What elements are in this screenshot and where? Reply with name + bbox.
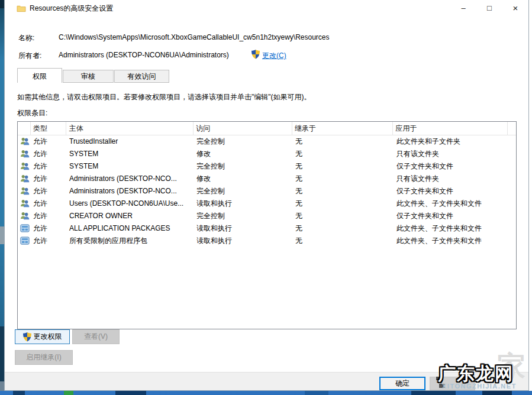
cell-applies-to: 仅子文件夹和文件: [394, 185, 509, 198]
users-group-icon: [18, 198, 31, 210]
cell-applies-to: 此文件夹、子文件夹和文件: [394, 222, 509, 235]
cell-access: 读取和执行: [194, 198, 293, 210]
users-group-icon: [18, 148, 31, 160]
header-icon-column: [18, 122, 31, 135]
uac-shield-icon: [23, 332, 31, 342]
header-inherited-from[interactable]: 继承于: [292, 122, 394, 135]
cell-principal: ALL APPLICATION PACKAGES: [66, 222, 194, 235]
permissions-table: 类型 主体 访问 继承于 应用于 允许TrustedInstaller完全控制无…: [17, 121, 517, 329]
close-button[interactable]: ×: [502, 0, 528, 17]
maximize-button[interactable]: □: [476, 0, 502, 17]
cell-type: 允许: [31, 210, 66, 222]
header-applies-to[interactable]: 应用于: [393, 122, 508, 135]
header-principal[interactable]: 主体: [66, 122, 194, 135]
cell-principal: 所有受限制的应用程序包: [66, 235, 194, 247]
owner-value: Administrators (DESKTOP-NCON6UA\Administ…: [59, 51, 229, 59]
table-row[interactable]: 允许CREATOR OWNER完全控制无仅子文件夹和文件: [18, 210, 516, 222]
header-gutter: [508, 122, 516, 135]
desktop-edge-left: [0, 0, 4, 395]
header-type[interactable]: 类型: [31, 122, 66, 135]
users-group-icon: [18, 160, 31, 173]
cell-access: 读取和执行: [194, 222, 293, 235]
entries-label: 权限条目:: [17, 108, 47, 118]
window-title: Resources的高级安全设置: [30, 0, 113, 17]
table-header: 类型 主体 访问 继承于 应用于: [18, 122, 516, 135]
cell-access: 完全控制: [194, 135, 293, 148]
cell-inherited-from: 无: [293, 222, 394, 235]
enable-inheritance-button[interactable]: 启用继承(I): [15, 350, 73, 365]
app-package-icon: [18, 222, 31, 235]
table-row[interactable]: 允许Users (DESKTOP-NCON6UA\Use...读取和执行无此文件…: [18, 198, 516, 210]
desktop-edge-bottom: [0, 391, 532, 395]
users-group-icon: [18, 210, 31, 222]
name-label: 名称:: [18, 33, 34, 43]
cell-type: 允许: [31, 222, 66, 235]
cell-type: 允许: [31, 235, 66, 247]
cell-access: 完全控制: [194, 185, 293, 198]
cell-inherited-from: 无: [293, 173, 394, 185]
table-row[interactable]: 允许ALL APPLICATION PACKAGES读取和执行无此文件夹、子文件…: [18, 222, 516, 235]
header-access[interactable]: 访问: [194, 122, 292, 135]
cell-principal: SYSTEM: [66, 148, 194, 160]
users-group-icon: [18, 173, 31, 185]
advanced-security-dialog: Resources的高级安全设置 – □ × 名称: C:\Windows\Sy…: [4, 0, 529, 391]
table-row[interactable]: 允许Administrators (DESKTOP-NCO...修改无只有该文件…: [18, 173, 516, 185]
cell-type: 允许: [31, 148, 66, 160]
table-row[interactable]: 允许所有受限制的应用程序包读取和执行无此文件夹、子文件夹和文件: [18, 235, 516, 247]
app-package-icon: [18, 235, 31, 247]
cell-inherited-from: 无: [293, 135, 394, 148]
cell-access: 修改: [194, 173, 293, 185]
ok-button[interactable]: 确定: [379, 377, 425, 390]
cell-principal: CREATOR OWNER: [66, 210, 194, 222]
change-owner-link[interactable]: 更改(C): [262, 51, 286, 61]
view-button[interactable]: 查看(V): [72, 329, 120, 344]
table-row[interactable]: 允许TrustedInstaller完全控制无此文件夹和子文件夹: [18, 135, 516, 148]
cell-access: 修改: [194, 148, 293, 160]
table-row[interactable]: 允许Administrators (DESKTOP-NCO...完全控制无仅子文…: [18, 185, 516, 198]
cell-inherited-from: 无: [293, 148, 394, 160]
cell-principal: Users (DESKTOP-NCON6UA\Use...: [66, 198, 194, 210]
uac-shield-icon: [252, 50, 260, 59]
cell-type: 允许: [31, 173, 66, 185]
change-permissions-label: 更改权限: [34, 332, 62, 342]
cell-inherited-from: 无: [293, 160, 394, 173]
screenshot-canvas: Resources的高级安全设置 – □ × 名称: C:\Windows\Sy…: [0, 0, 532, 395]
users-group-icon: [18, 135, 31, 148]
instructions-text: 如需其他信息，请双击权限项目。若要修改权限项目，请选择该项目并单击"编辑"(如果…: [17, 92, 311, 102]
tab-effective-access[interactable]: 有效访问: [114, 70, 169, 83]
cell-applies-to: 只有该文件夹: [394, 173, 509, 185]
cell-inherited-from: 无: [293, 235, 394, 247]
cell-principal: Administrators (DESKTOP-NCO...: [66, 173, 194, 185]
cell-access: 读取和执行: [194, 235, 293, 247]
cell-applies-to: 此文件夹、子文件夹和文件: [394, 198, 509, 210]
permission-rows: 允许TrustedInstaller完全控制无此文件夹和子文件夹允许SYSTEM…: [18, 135, 516, 247]
table-row[interactable]: 允许SYSTEM完全控制无仅子文件夹和文件: [18, 160, 516, 173]
titlebar: Resources的高级安全设置 – □ ×: [5, 0, 528, 17]
cell-type: 允许: [31, 135, 66, 148]
cell-applies-to: 只有该文件夹: [394, 148, 509, 160]
cell-access: 完全控制: [194, 210, 293, 222]
cell-principal: TrustedInstaller: [66, 135, 194, 148]
cell-applies-to: 仅子文件夹和文件: [394, 160, 509, 173]
cell-principal: Administrators (DESKTOP-NCO...: [66, 185, 194, 198]
cell-inherited-from: 无: [293, 210, 394, 222]
cell-inherited-from: 无: [293, 185, 394, 198]
change-permissions-button[interactable]: 更改权限: [15, 329, 70, 344]
tab-permissions[interactable]: 权限: [17, 68, 62, 83]
cell-applies-to: 此文件夹、子文件夹和文件: [394, 235, 509, 247]
users-group-icon: [18, 185, 31, 198]
minimize-button[interactable]: –: [450, 0, 476, 17]
cell-access: 完全控制: [194, 160, 293, 173]
watermark-site: XITONGZHIJIA.NET: [442, 383, 517, 390]
cell-type: 允许: [31, 198, 66, 210]
cell-inherited-from: 无: [293, 198, 394, 210]
cell-applies-to: 此文件夹和子文件夹: [394, 135, 509, 148]
table-row[interactable]: 允许SYSTEM修改无只有该文件夹: [18, 148, 516, 160]
folder-icon: [17, 4, 26, 12]
cell-type: 允许: [31, 185, 66, 198]
owner-label: 所有者:: [18, 51, 41, 61]
cell-applies-to: 仅子文件夹和文件: [394, 210, 509, 222]
name-value: C:\Windows\SystemApps\Microsoft.XboxGame…: [59, 33, 330, 41]
tab-auditing[interactable]: 审核: [63, 70, 114, 83]
cell-type: 允许: [31, 160, 66, 173]
